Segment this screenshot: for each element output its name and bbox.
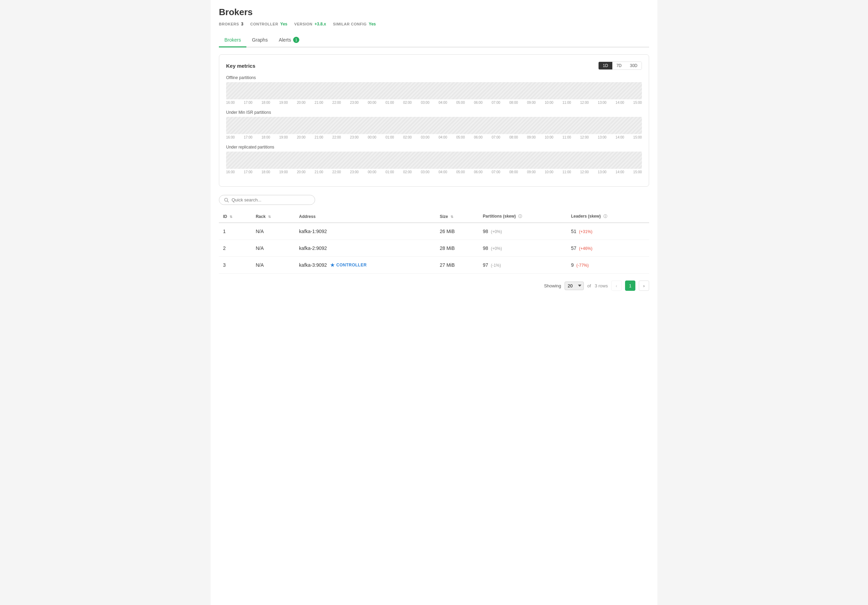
pagination-bar: Showing 20 50 100 of 3 rows ‹ 1 › [219,281,649,291]
address-value: kafka-1:9092 [299,229,327,234]
search-icon [224,198,229,202]
brokers-key: BROKERS [219,22,239,26]
controller-label: CONTROLLER [336,263,367,267]
col-address: Address [295,210,436,223]
tab-graphs[interactable]: Graphs [246,33,273,47]
offline-partitions-area [226,82,642,99]
version-value: +3.8.x [315,22,326,26]
table-row[interactable]: 2 N/A kafka-2:9092 28 MiB 98 (+0%) 57 (+… [219,240,649,257]
tab-brokers[interactable]: Brokers [219,33,246,47]
tab-alerts[interactable]: Alerts 1 [273,33,305,47]
page-1-button[interactable]: 1 [625,281,636,291]
meta-bar: BROKERS 3 CONTROLLER Yes VERSION +3.8.x … [219,22,649,26]
broker-rack: N/A [251,240,295,257]
broker-id: 1 [219,223,251,240]
col-id[interactable]: ID ⇅ [219,210,251,223]
address-value: kafka-2:9092 [299,245,327,251]
showing-label: Showing [544,283,561,289]
table-header-row: ID ⇅ Rack ⇅ Address Size ⇅ Partitions (s… [219,210,649,223]
similar-config-value: Yes [369,22,376,26]
table-row[interactable]: 3 N/A kafka-3:9092 ★ CONTROLLER 27 MiB 9… [219,257,649,274]
offline-partitions-xaxis: 16:00 17:00 18:00 19:00 20:00 21:00 22:0… [226,101,642,104]
search-container [219,195,649,205]
offline-partitions-chart: Offline partitions 16:00 17:00 18:00 19:… [226,75,642,104]
broker-partitions: 98 (+0%) [479,240,567,257]
broker-address: kafka-1:9092 [295,223,436,240]
address-value: kafka-3:9092 [299,262,327,268]
col-rack[interactable]: Rack ⇅ [251,210,295,223]
per-page-select[interactable]: 20 50 100 [564,282,584,290]
under-replicated-chart: Under replicated partitions 16:00 17:00 … [226,145,642,174]
broker-id: 2 [219,240,251,257]
svg-line-1 [228,201,229,202]
prev-page-button[interactable]: ‹ [611,281,622,291]
sort-id-icon: ⇅ [229,215,232,219]
broker-leaders: 57 (+46%) [567,240,649,257]
controller-badge: ★ CONTROLLER [330,262,367,268]
under-min-isr-chart: Under Min ISR partitions 16:00 17:00 18:… [226,110,642,139]
broker-size: 28 MiB [436,240,479,257]
sort-rack-icon: ⇅ [268,215,271,219]
time-btn-30d[interactable]: 30D [626,62,642,70]
broker-size: 26 MiB [436,223,479,240]
broker-size: 27 MiB [436,257,479,274]
page-title: Brokers [219,7,649,17]
broker-leaders: 9 (-77%) [567,257,649,274]
table-row[interactable]: 1 N/A kafka-1:9092 26 MiB 98 (+0%) 51 (+… [219,223,649,240]
offline-partitions-label: Offline partitions [226,75,642,80]
under-min-isr-label: Under Min ISR partitions [226,110,642,115]
broker-table: ID ⇅ Rack ⇅ Address Size ⇅ Partitions (s… [219,210,649,274]
broker-leaders: 51 (+31%) [567,223,649,240]
broker-rack: N/A [251,257,295,274]
controller-key: CONTROLLER [250,22,278,26]
broker-partitions: 98 (+0%) [479,223,567,240]
metrics-title: Key metrics [226,63,255,69]
under-replicated-label: Under replicated partitions [226,145,642,149]
under-replicated-xaxis: 16:00 17:00 18:00 19:00 20:00 21:00 22:0… [226,170,642,174]
broker-rack: N/A [251,223,295,240]
sort-size-icon: ⇅ [451,215,453,219]
col-leaders: Leaders (skew) ⓘ [567,210,649,223]
search-wrapper [219,195,315,205]
rows-info: of 3 rows [587,283,608,289]
tabs: Brokers Graphs Alerts 1 [219,33,649,47]
broker-id: 3 [219,257,251,274]
under-min-isr-xaxis: 16:00 17:00 18:00 19:00 20:00 21:00 22:0… [226,135,642,139]
search-input[interactable] [232,197,310,202]
brokers-value: 3 [241,22,243,26]
controller-value: Yes [281,22,288,26]
leaders-info-icon: ⓘ [603,214,607,219]
alerts-badge: 1 [293,37,299,43]
under-min-isr-area [226,117,642,134]
time-range-buttons: 1D 7D 30D [598,62,642,70]
similar-config-key: SIMILAR CONFIG [333,22,367,26]
metrics-card: Key metrics 1D 7D 30D Offline partitions… [219,54,649,187]
time-btn-1d[interactable]: 1D [598,62,612,70]
broker-address: kafka-2:9092 [295,240,436,257]
next-page-button[interactable]: › [639,281,649,291]
col-partitions: Partitions (skew) ⓘ [479,210,567,223]
broker-address: kafka-3:9092 ★ CONTROLLER [295,257,436,274]
col-size[interactable]: Size ⇅ [436,210,479,223]
under-replicated-area [226,152,642,169]
broker-partitions: 97 (-1%) [479,257,567,274]
time-btn-7d[interactable]: 7D [612,62,626,70]
version-key: VERSION [294,22,312,26]
partitions-info-icon: ⓘ [518,214,522,219]
controller-star-icon: ★ [330,262,335,268]
